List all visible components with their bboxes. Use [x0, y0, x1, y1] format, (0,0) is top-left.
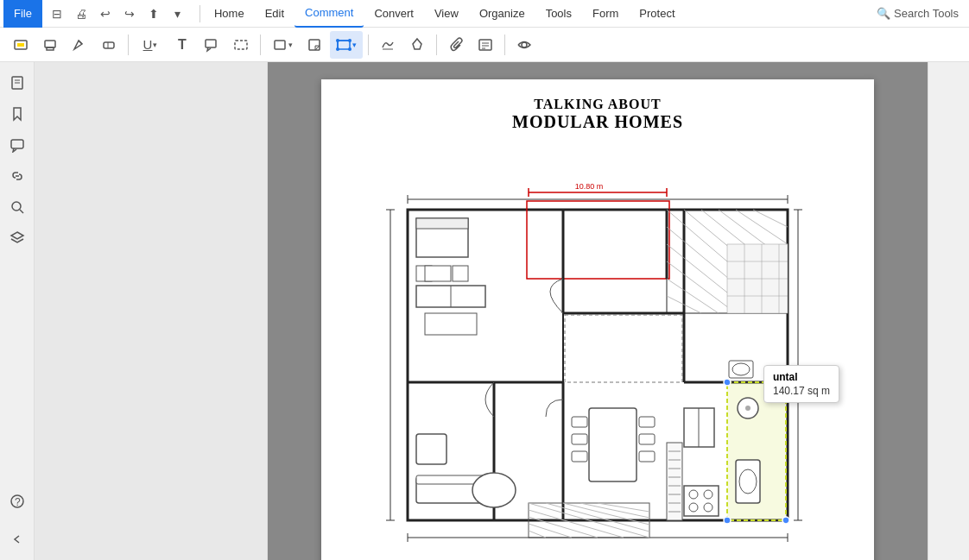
svg-rect-97: [639, 434, 655, 444]
menu-tools[interactable]: Tools: [535, 0, 582, 28]
links-icon[interactable]: [3, 162, 31, 190]
svg-marker-17: [413, 39, 421, 49]
thumbnail-panel: [35, 62, 268, 560]
search-icon[interactable]: [3, 193, 31, 221]
svg-point-13: [348, 39, 352, 42]
redo-icon[interactable]: ↪: [118, 3, 141, 25]
menu-edit[interactable]: Edit: [255, 0, 294, 28]
search-tools[interactable]: 🔍 Search Tools: [870, 7, 966, 20]
svg-point-15: [348, 47, 352, 51]
attach-tool[interactable]: [442, 31, 470, 59]
svg-rect-98: [639, 451, 655, 462]
sticky-note-tool[interactable]: [301, 31, 328, 59]
svg-point-14: [336, 47, 339, 51]
title-line2: MODULAR HOMES: [339, 112, 857, 132]
menu-convert[interactable]: Convert: [364, 0, 424, 28]
svg-point-129: [724, 517, 731, 524]
svg-line-123: [529, 524, 572, 538]
floor-plan: 10.80 m: [339, 141, 857, 555]
menu-comment[interactable]: Comment: [294, 0, 364, 28]
document-area[interactable]: TALKING ABOUT MODULAR HOMES 10.80 m: [268, 62, 928, 560]
svg-text:10.80 m: 10.80 m: [575, 182, 604, 191]
signature-tool[interactable]: [374, 31, 402, 59]
svg-point-79: [732, 363, 750, 375]
quick-access-toolbar: ⊟ 🖨 ↩ ↪ ⬆ ▾: [46, 3, 189, 25]
menu-view[interactable]: View: [424, 0, 469, 28]
svg-point-90: [472, 473, 516, 507]
textbox-tool[interactable]: [227, 31, 255, 59]
search-tools-label: Search Tools: [894, 7, 959, 20]
menu-home[interactable]: Home: [204, 0, 255, 28]
tooltip-value: 140.17 sq m: [773, 385, 830, 397]
menu-organize[interactable]: Organize: [469, 0, 535, 28]
comments-icon[interactable]: [3, 131, 31, 159]
svg-rect-8: [309, 40, 320, 50]
svg-rect-125: [565, 315, 682, 382]
svg-rect-81: [416, 218, 468, 229]
svg-rect-95: [572, 451, 587, 462]
underline-tool[interactable]: U▾: [134, 31, 167, 59]
undo-icon[interactable]: ↩: [94, 3, 117, 25]
svg-point-12: [336, 39, 339, 42]
text-tool[interactable]: T: [168, 31, 196, 59]
toolbar-sep-1: [128, 35, 129, 55]
callout-tool[interactable]: [198, 31, 225, 59]
svg-point-130: [782, 517, 789, 524]
menu-separator: [200, 5, 200, 22]
svg-rect-3: [104, 42, 114, 48]
dropdown-icon[interactable]: ▾: [167, 3, 189, 25]
toolbar-sep-4: [436, 35, 437, 55]
menu-bar: File ⊟ 🖨 ↩ ↪ ⬆ ▾ Home Edit Comment Conve…: [0, 0, 969, 28]
highlight-tool[interactable]: [7, 31, 35, 59]
svg-rect-5: [206, 40, 216, 47]
right-panel: [928, 62, 969, 560]
search-icon: 🔍: [877, 7, 890, 20]
svg-point-132: [739, 469, 757, 494]
toolbar-sep-5: [504, 35, 505, 55]
layers-icon[interactable]: [3, 224, 31, 252]
svg-rect-6: [235, 41, 247, 49]
title-line1: TALKING ABOUT: [339, 97, 857, 112]
panel-toggle-icon[interactable]: ⊟: [46, 3, 68, 25]
svg-rect-96: [639, 417, 655, 427]
document-title: TALKING ABOUT MODULAR HOMES: [339, 97, 857, 132]
collapse-icon[interactable]: [3, 525, 31, 553]
left-panel: ?: [0, 62, 35, 560]
svg-point-22: [522, 42, 527, 47]
svg-rect-1: [45, 41, 55, 47]
toolbar-sep-2: [260, 35, 261, 55]
rectangle-tool[interactable]: ▾: [266, 31, 299, 59]
svg-rect-9: [338, 41, 350, 49]
page-content: TALKING ABOUT MODULAR HOMES 10.80 m: [321, 79, 874, 560]
stamp-tool[interactable]: [36, 31, 64, 59]
svg-rect-106: [667, 443, 682, 520]
help-icon[interactable]: ?: [3, 488, 31, 515]
share-icon[interactable]: ⬆: [142, 3, 165, 25]
comment-toolbar: U▾ T ▾ ▾: [0, 28, 969, 62]
tooltip-title: untal: [773, 371, 830, 383]
svg-line-124: [529, 531, 546, 538]
eraser-tool[interactable]: [95, 31, 123, 59]
svg-text:?: ?: [15, 496, 21, 508]
pen-tool[interactable]: [403, 31, 431, 59]
svg-rect-91: [416, 434, 446, 464]
pages-icon[interactable]: [3, 69, 31, 97]
eye-tool[interactable]: [510, 31, 538, 59]
svg-point-127: [724, 379, 731, 386]
svg-rect-94: [572, 434, 587, 444]
form-tool[interactable]: [472, 31, 499, 59]
svg-rect-101: [684, 486, 719, 516]
menu-form[interactable]: Form: [582, 0, 629, 28]
svg-rect-7: [275, 41, 285, 49]
svg-rect-26: [11, 140, 23, 148]
file-menu[interactable]: File: [3, 0, 42, 28]
svg-rect-92: [589, 408, 636, 481]
measurement-tooltip: untal 140.17 sq m: [763, 365, 839, 403]
document-page: TALKING ABOUT MODULAR HOMES 10.80 m: [321, 79, 874, 560]
menu-protect[interactable]: Protect: [629, 0, 685, 28]
area-measure-tool[interactable]: ▾: [330, 31, 363, 59]
main-area: ? TALKING ABOUT MODULAR HOMES: [0, 62, 969, 560]
pencil-tool[interactable]: [66, 31, 93, 59]
print-icon[interactable]: 🖨: [70, 3, 92, 25]
bookmarks-icon[interactable]: [3, 100, 31, 128]
